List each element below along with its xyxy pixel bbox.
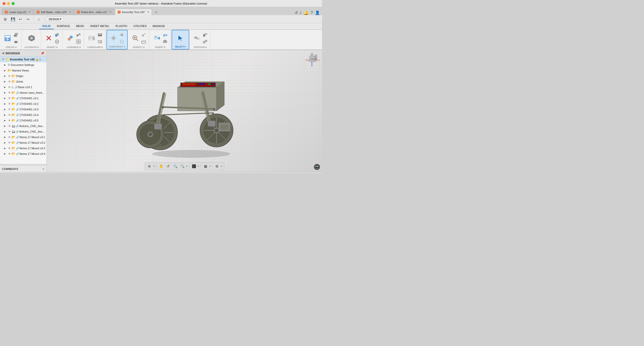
visibility-eye-icon[interactable]: 👁 [8, 113, 11, 116]
viewport-move-icon[interactable]: ⊕ [146, 163, 152, 169]
assemble-main-icon[interactable] [66, 34, 75, 43]
save-button[interactable]: 💾 [10, 16, 16, 22]
zoom-in-icon[interactable]: 🔍 [179, 163, 185, 169]
viewport-layout-icon[interactable]: ⊞ [214, 163, 220, 169]
tab-utilities[interactable]: UTILITIES [130, 23, 150, 29]
visibility-eye-icon[interactable]: 👁 [8, 136, 11, 139]
inspect-icon-2[interactable] [140, 38, 147, 45]
redo-button[interactable]: ↪ [25, 16, 31, 22]
refresh-icon[interactable]: ↺ [294, 10, 298, 15]
construct-icon-2[interactable] [119, 38, 125, 45]
notifications-icon[interactable]: 🔔 [304, 10, 309, 15]
browser-item-base[interactable]: ▶ 👁 ⊏ 🔗 Base v14:1 [0, 84, 46, 90]
assemble-icon-2[interactable] [75, 38, 82, 45]
grid-icon[interactable]: ⊞ [2, 16, 9, 22]
position-main-icon[interactable] [192, 34, 201, 43]
browser-item-17hs1[interactable]: ▶ 👁 📂 🔗 17HS4401 v3:1 [0, 95, 46, 101]
inspect-icon-1[interactable] [140, 32, 147, 38]
browser-item-root[interactable]: ▼ 📁 Assembly Test v30 🔒 ⚙ [0, 57, 46, 62]
viewport[interactable]: Z X FRONT TOP ⊕ ▾ ✋ ↺ 🔍 🔍 ▾ ⬛ ▾ [47, 50, 322, 172]
tab-robot-arm[interactable]: Robot Arm...mbly v11* ✕ [74, 9, 114, 15]
visibility-eye-icon[interactable]: 👁 [8, 125, 11, 128]
tab-close-icon[interactable]: ✕ [110, 11, 112, 13]
view-cube[interactable]: Z X FRONT TOP [304, 53, 319, 68]
browser-item-joints[interactable]: ▶ 👁 📂 Joints [0, 79, 46, 84]
automate-main-icon[interactable] [27, 34, 36, 43]
home-button[interactable]: ⌂ [36, 16, 42, 22]
browser-pin-icon[interactable]: 📌 [41, 52, 44, 55]
browser-item-origin[interactable]: ▶ 👁 📂 Origin [0, 73, 46, 79]
configure-icon-2[interactable] [97, 38, 103, 45]
pan-icon[interactable]: ✋ [158, 163, 164, 169]
tab-surface[interactable]: SURFACE [54, 23, 73, 29]
orbit-icon[interactable]: ↺ [165, 163, 171, 169]
assemble-icon-1[interactable] [75, 32, 82, 38]
browser-item-17hs5[interactable]: ▶ 👁 📂 🔗 17HS4401 v3:5 [0, 118, 46, 123]
tab-close-icon[interactable]: ✕ [29, 11, 31, 13]
create-main-icon[interactable] [3, 34, 12, 43]
help-icon[interactable]: ? [311, 11, 313, 15]
tab-lower-leg[interactable]: Lower Leg v22 ✕ [2, 9, 33, 15]
display-mode-icon[interactable]: ⬛ [191, 163, 197, 169]
grid-display-icon[interactable]: ▦ [202, 163, 208, 169]
construct-icon-1[interactable] [119, 32, 125, 38]
close-button[interactable] [3, 2, 6, 5]
browser-item-nema2[interactable]: ▶ 👁 📂 🔗 Nema 17 Mount v3:2 [0, 140, 46, 145]
extrude-icon[interactable] [13, 32, 19, 38]
visibility-eye-icon[interactable]: 👁 [8, 75, 11, 78]
tab-plastic[interactable]: PLASTIC [113, 23, 130, 29]
visibility-eye-icon[interactable]: 👁 [8, 97, 11, 100]
browser-item-17hs4[interactable]: ▶ 👁 📂 🔗 17HS4401 v3:4 [0, 112, 46, 118]
inspect-main-icon[interactable] [131, 34, 140, 43]
maximize-button[interactable] [12, 2, 15, 5]
user-avatar-icon[interactable]: 👤 [315, 10, 320, 15]
revolve-icon[interactable] [13, 38, 19, 45]
browser-item-doc-settings[interactable]: ▶ ⚙ Document Settings [0, 62, 46, 68]
design-dropdown[interactable]: DESIGN ▾ [46, 16, 64, 22]
browser-item-nema4[interactable]: ▶ 👁 📂 🔗 Nema 17 Mount v3:4 [0, 151, 46, 157]
new-tab-button[interactable]: + [153, 10, 159, 15]
tab-self-balan[interactable]: Self Balan...mbly v19* ✕ [34, 9, 74, 15]
insert-icon-2[interactable] [162, 38, 168, 45]
tab-manage[interactable]: MANAGE [150, 23, 168, 29]
browser-item-named-views[interactable]: ▶ 📂 Named Views [0, 68, 46, 73]
tab-solid[interactable]: SOLID [39, 23, 54, 29]
browser-item-arduino1[interactable]: ▶ 👁 🗂 🔗 Arduino_CNC_Assembly v4.... [0, 123, 46, 129]
minimize-button[interactable] [7, 2, 10, 5]
visibility-eye-icon[interactable]: 👁 [8, 141, 11, 144]
visibility-eye-icon[interactable]: 👁 [8, 119, 11, 122]
comments-expand-icon[interactable]: + [42, 167, 44, 171]
modify-icon-2[interactable] [54, 38, 60, 45]
camera-icon[interactable]: 📷 [314, 164, 320, 170]
tab-mesh[interactable]: MESH [73, 23, 87, 29]
browser-item-jetson[interactable]: ▶ 👁 📂 🔗 Jetson nano_fixed v5:1 [0, 90, 46, 95]
insert-icon-1[interactable] [162, 32, 168, 38]
visibility-eye-icon[interactable]: 👁 [8, 86, 11, 89]
browser-item-nema3[interactable]: ▶ 👁 📂 🔗 Nema 17 Mount v3:3 [0, 145, 46, 151]
undo-button[interactable]: ↩ [17, 16, 24, 22]
visibility-eye-icon[interactable]: 👁 [8, 147, 11, 150]
browser-collapse-icon[interactable]: ◀ [2, 52, 4, 55]
configure-main-icon[interactable] [87, 34, 96, 43]
modify-red-icon[interactable] [44, 34, 53, 43]
browser-item-17hs2[interactable]: ▶ 👁 📂 🔗 17HS4401 v3:2 [0, 101, 46, 107]
tab-close-icon[interactable]: ✕ [147, 11, 149, 13]
visibility-eye-icon[interactable]: 👁 [8, 152, 11, 155]
construct-main-icon[interactable] [109, 34, 118, 43]
position-icon-1[interactable] [202, 32, 208, 38]
visibility-eye-icon[interactable]: 👁 [8, 102, 11, 105]
browser-item-17hs3[interactable]: ▶ 👁 📂 🔗 17HS4401 v3:3 [0, 107, 46, 112]
insert-main-icon[interactable] [152, 34, 161, 43]
select-main-icon[interactable] [176, 34, 185, 43]
visibility-eye-icon[interactable]: 👁 [8, 80, 11, 83]
visibility-eye-icon[interactable]: 👁 [8, 91, 11, 94]
zoom-out-icon[interactable]: 🔍 [172, 163, 178, 169]
browser-item-nema1[interactable]: ▶ 👁 📂 🔗 Nema 17 Mount v3:1 [0, 134, 46, 140]
tab-sheet-metal[interactable]: SHEET METAL [87, 23, 113, 29]
visibility-eye-icon[interactable]: 👁 [8, 130, 11, 133]
tab-assembly-test[interactable]: Assembly Test v30* ✕ [115, 9, 152, 15]
tab-close-icon[interactable]: ✕ [69, 11, 71, 13]
position-icon-2[interactable] [202, 38, 208, 45]
visibility-eye-icon[interactable]: 👁 [8, 108, 11, 111]
browser-item-arduino2[interactable]: ▶ 👁 🗂 🔗 Arduino_CNC_Assembly v4.... [0, 129, 46, 134]
